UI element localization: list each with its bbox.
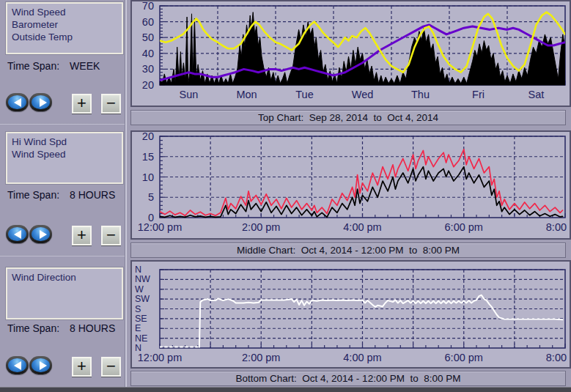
- scroll-back-button[interactable]: [6, 93, 29, 111]
- svg-text:2:00 pm: 2:00 pm: [242, 352, 280, 363]
- zoom-out-button[interactable]: −: [101, 357, 121, 377]
- svg-text:Fri: Fri: [472, 89, 485, 100]
- time-span-label: Time Span:: [7, 322, 59, 334]
- series-item-wind-direction[interactable]: Wind Direction: [12, 271, 122, 284]
- svg-text:5: 5: [148, 191, 154, 203]
- svg-text:Mon: Mon: [236, 89, 257, 100]
- time-span-value: 8 HOURS: [70, 322, 115, 334]
- time-span-value: WEEK: [70, 60, 100, 72]
- svg-text:E: E: [135, 323, 141, 333]
- scroll-back-button[interactable]: [6, 356, 29, 374]
- svg-text:NW: NW: [135, 274, 150, 284]
- right-arrow-icon: [32, 95, 50, 109]
- svg-text:SW: SW: [135, 294, 150, 304]
- svg-text:6:00 pm: 6:00 pm: [445, 352, 483, 363]
- svg-text:20: 20: [142, 132, 154, 142]
- series-item-wind-speed[interactable]: Wind Speed: [12, 148, 122, 160]
- top-chart-caption: Top Chart: Sep 28, 2014 to Oct 4, 2014: [130, 110, 566, 125]
- middle-chart-controls: + −: [6, 225, 125, 244]
- svg-text:12:00 pm: 12:00 pm: [138, 352, 182, 363]
- svg-text:40: 40: [142, 48, 154, 59]
- svg-text:10: 10: [142, 171, 154, 183]
- svg-text:12:00 pm: 12:00 pm: [138, 221, 182, 233]
- series-item-barometer[interactable]: Barometer: [12, 18, 122, 31]
- svg-text:20: 20: [142, 79, 154, 91]
- scroll-forward-button[interactable]: [29, 356, 52, 374]
- top-chart-panel: 203040506070SunMonTueWedThuFriSat: [130, 0, 571, 107]
- time-span-label: Time Span:: [7, 60, 59, 72]
- svg-text:8:00 pm: 8:00 pm: [546, 352, 570, 363]
- left-arrow-icon: [8, 227, 26, 241]
- zoom-in-button[interactable]: +: [72, 357, 92, 377]
- svg-text:60: 60: [142, 16, 154, 28]
- top-chart-svg: 203040506070SunMonTueWedThuFriSat: [132, 1, 570, 106]
- right-arrow-icon: [32, 358, 50, 372]
- sidebar-chart-divider: [125, 0, 127, 388]
- svg-text:Thu: Thu: [411, 89, 430, 100]
- svg-text:8:00 pm: 8:00 pm: [546, 221, 570, 233]
- top-chart-series-list[interactable]: Wind Speed Barometer Outside Temp: [6, 2, 123, 54]
- series-item-hi-wind-spd[interactable]: Hi Wind Spd: [12, 136, 122, 148]
- svg-text:W: W: [135, 284, 144, 295]
- scroll-back-button[interactable]: [6, 225, 29, 243]
- right-arrow-icon: [32, 227, 50, 241]
- middle-chart-svg: 0510152012:00 pm2:00 pm4:00 pm6:00 pm8:0…: [132, 132, 570, 238]
- svg-text:2:00 pm: 2:00 pm: [242, 221, 280, 233]
- svg-text:50: 50: [142, 32, 154, 43]
- series-item-wind-speed[interactable]: Wind Speed: [12, 6, 122, 18]
- bottom-chart-controls: + −: [6, 356, 125, 375]
- sidebar-divider: [0, 123, 125, 125]
- bottom-chart-svg: NNEESESSWWNWN12:00 pm2:00 pm4:00 pm6:00 …: [132, 262, 570, 367]
- zoom-in-button[interactable]: +: [72, 226, 92, 245]
- svg-text:Tue: Tue: [295, 89, 313, 100]
- time-span-label: Time Span:: [7, 189, 59, 201]
- svg-text:30: 30: [142, 63, 154, 75]
- top-chart-controls: + −: [6, 93, 125, 112]
- zoom-in-button[interactable]: +: [72, 94, 92, 114]
- zoom-out-button[interactable]: −: [101, 94, 121, 114]
- window-bottom-edge: [0, 387, 571, 392]
- bottom-chart-series-list[interactable]: Wind Direction: [6, 267, 123, 319]
- svg-text:NE: NE: [135, 333, 147, 344]
- middle-chart-panel: 0510152012:00 pm2:00 pm4:00 pm6:00 pm8:0…: [130, 130, 571, 240]
- sidebar-divider: [0, 255, 125, 256]
- svg-text:Sun: Sun: [180, 89, 199, 100]
- sidebar: Wind Speed Barometer Outside Temp Time S…: [0, 0, 126, 388]
- middle-time-span: Time Span:8 HOURS: [7, 189, 125, 201]
- top-time-span: Time Span:WEEK: [7, 60, 125, 72]
- svg-text:S: S: [135, 304, 141, 314]
- svg-text:Sat: Sat: [528, 89, 545, 100]
- svg-text:Wed: Wed: [352, 89, 374, 100]
- left-arrow-icon: [8, 358, 26, 372]
- series-item-outside-temp[interactable]: Outside Temp: [12, 31, 122, 43]
- left-arrow-icon: [8, 95, 26, 109]
- bottom-time-span: Time Span:8 HOURS: [7, 322, 125, 334]
- middle-chart-caption: Middle Chart: Oct 4, 2014 - 12:00 PM to …: [130, 243, 566, 258]
- svg-text:15: 15: [142, 151, 154, 163]
- svg-text:4:00 pm: 4:00 pm: [343, 221, 381, 233]
- svg-text:70: 70: [142, 1, 154, 12]
- bottom-chart-panel: NNEESESSWWNWN12:00 pm2:00 pm4:00 pm6:00 …: [130, 260, 571, 369]
- weatherlink-window: Wind Speed Barometer Outside Temp Time S…: [0, 0, 571, 392]
- svg-text:N: N: [135, 265, 141, 275]
- svg-text:4:00 pm: 4:00 pm: [343, 352, 381, 363]
- zoom-out-button[interactable]: −: [101, 226, 121, 245]
- time-span-value: 8 HOURS: [70, 189, 115, 201]
- bottom-chart-caption: Bottom Chart: Oct 4, 2014 - 12:00 PM to …: [130, 371, 566, 386]
- svg-text:SE: SE: [135, 314, 147, 324]
- scroll-forward-button[interactable]: [29, 225, 52, 243]
- scroll-forward-button[interactable]: [29, 93, 52, 111]
- svg-text:6:00 pm: 6:00 pm: [445, 221, 483, 233]
- middle-chart-series-list[interactable]: Hi Wind Spd Wind Speed: [6, 132, 123, 184]
